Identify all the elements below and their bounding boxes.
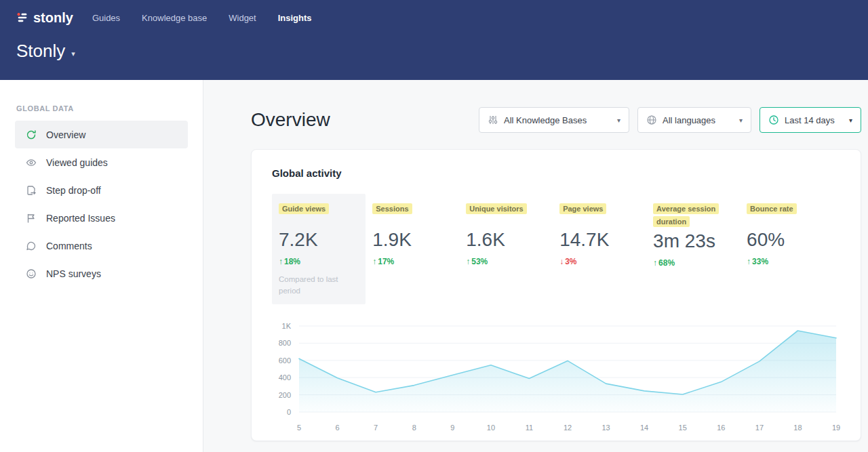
nav-item-insights[interactable]: Insights — [278, 13, 312, 23]
metric-unique-visitors[interactable]: Unique visitors 1.6K ↑53% — [466, 194, 559, 304]
metric-label: Page views — [559, 203, 606, 214]
sidebar-item-label: Step drop-off — [46, 185, 101, 196]
svg-text:0: 0 — [287, 408, 291, 416]
metric-change: ↑68% — [653, 258, 747, 268]
logo-text: stonly — [33, 10, 73, 26]
svg-text:16: 16 — [717, 424, 725, 432]
app-header: stonly Guides Knowledge base Widget Insi… — [0, 0, 868, 80]
metric-value: 7.2K — [279, 229, 359, 251]
sidebar-item-label: Overview — [46, 129, 85, 140]
trend-up-icon: ↑ — [466, 257, 470, 266]
metric-guide-views[interactable]: Guide views 7.2K ↑18% Compared to last p… — [272, 194, 366, 304]
sidebar-section-label: GLOBAL DATA — [16, 104, 186, 112]
metric-change: ↑18% — [279, 257, 359, 266]
metric-value: 1.9K — [372, 229, 466, 251]
trend-up-icon: ↑ — [279, 257, 283, 266]
comment-icon — [26, 241, 37, 251]
workspace-selector[interactable]: Stonly ▾ — [0, 28, 92, 62]
chevron-down-icon: ▾ — [71, 49, 75, 58]
metric-bounce-rate[interactable]: Bounce rate 60% ↑33% — [747, 194, 840, 304]
metric-value: 3m 23s — [653, 230, 747, 252]
svg-text:7: 7 — [374, 424, 378, 432]
global-activity-card: Global activity Guide views 7.2K ↑18% Co… — [251, 149, 861, 441]
svg-text:9: 9 — [450, 424, 454, 432]
stonly-logo[interactable]: stonly — [16, 10, 73, 26]
svg-text:19: 19 — [832, 424, 840, 432]
sidebar-item-nps-surveys[interactable]: NPS surveys — [15, 260, 188, 287]
sidebar-item-overview[interactable]: Overview — [15, 121, 188, 148]
main-content: Overview All Knowledge Bases ▾ All langu… — [204, 80, 868, 452]
metric-value: 1.6K — [466, 229, 559, 251]
main-nav: Guides Knowledge base Widget Insights — [92, 13, 312, 23]
svg-text:1K: 1K — [282, 322, 292, 330]
svg-text:18: 18 — [793, 424, 802, 432]
date-range-dropdown[interactable]: Last 14 days ▾ — [760, 107, 861, 133]
metric-sessions[interactable]: Sessions 1.9K ↑17% — [372, 194, 466, 304]
svg-text:800: 800 — [279, 340, 291, 348]
chevron-down-icon: ▾ — [739, 117, 743, 124]
metric-label: Unique visitors — [466, 203, 526, 214]
workspace-name: Stonly — [16, 41, 65, 62]
svg-text:10: 10 — [487, 424, 495, 432]
metric-label: Bounce rate — [747, 203, 797, 214]
nav-item-knowledge-base[interactable]: Knowledge base — [142, 13, 207, 23]
sidebar-item-reported-issues[interactable]: Reported Issues — [15, 204, 188, 232]
eye-icon — [26, 157, 37, 168]
svg-text:6: 6 — [336, 424, 340, 432]
svg-text:13: 13 — [601, 424, 610, 432]
svg-text:15: 15 — [679, 424, 687, 432]
metric-change: ↑53% — [466, 257, 559, 266]
svg-text:12: 12 — [564, 424, 572, 432]
trend-down-icon: ↓ — [559, 257, 564, 266]
metric-page-views[interactable]: Page views 14.7K ↓3% — [559, 194, 653, 304]
metric-change: ↑17% — [372, 257, 466, 266]
svg-text:400: 400 — [279, 374, 291, 382]
metric-change: ↑33% — [747, 257, 840, 266]
sidebar-item-label: Reported Issues — [46, 213, 115, 224]
trend-up-icon: ↑ — [372, 257, 376, 266]
languages-value: All languages — [663, 115, 728, 125]
sidebar-item-label: Viewed guides — [46, 157, 108, 168]
card-title: Global activity — [272, 167, 840, 179]
globe-icon — [646, 115, 657, 125]
date-range-value: Last 14 days — [785, 115, 838, 125]
clock-icon — [768, 115, 779, 125]
knowledge-bases-value: All Knowledge Bases — [504, 115, 606, 125]
filters: All Knowledge Bases ▾ All languages ▾ La… — [479, 107, 861, 133]
chart-area: 02004006008001K5678910111213141516171819 — [272, 321, 840, 440]
metric-label: Average session duration — [653, 203, 719, 227]
trend-up-icon: ↑ — [653, 258, 657, 268]
top-nav-bar: stonly Guides Knowledge base Widget Insi… — [0, 0, 868, 28]
svg-text:5: 5 — [297, 424, 301, 432]
sidebar-item-comments[interactable]: Comments — [15, 232, 188, 260]
sidebar-item-label: NPS surveys — [46, 268, 101, 279]
page-title: Overview — [251, 109, 330, 131]
nav-item-guides[interactable]: Guides — [92, 13, 120, 23]
knowledge-bases-dropdown[interactable]: All Knowledge Bases ▾ — [479, 107, 629, 133]
svg-text:17: 17 — [755, 424, 764, 432]
svg-text:8: 8 — [412, 424, 416, 432]
stonly-logo-icon — [16, 12, 28, 24]
smiley-icon — [26, 268, 37, 279]
activity-area-chart: 02004006008001K5678910111213141516171819 — [272, 321, 842, 437]
sidebar-item-step-drop-off[interactable]: Step drop-off — [15, 176, 188, 204]
metric-average-session-duration[interactable]: Average session duration 3m 23s ↑68% — [653, 194, 747, 304]
metrics-row: Guide views 7.2K ↑18% Compared to last p… — [272, 194, 840, 304]
metric-note: Compared to last period — [279, 274, 353, 296]
svg-text:200: 200 — [279, 391, 291, 399]
svg-text:11: 11 — [526, 424, 533, 432]
svg-text:600: 600 — [279, 356, 291, 365]
page-header: Overview All Knowledge Bases ▾ All langu… — [251, 107, 861, 133]
trend-up-icon: ↑ — [747, 257, 751, 266]
svg-text:14: 14 — [640, 424, 648, 432]
metric-label: Guide views — [279, 203, 329, 214]
metric-label: Sessions — [372, 203, 412, 214]
nav-item-widget[interactable]: Widget — [229, 13, 256, 23]
sidebar: GLOBAL DATA Overview Viewed guides Step … — [0, 80, 203, 452]
chevron-down-icon: ▾ — [617, 117, 620, 124]
sidebar-item-viewed-guides[interactable]: Viewed guides — [15, 148, 188, 176]
metric-change: ↓3% — [559, 257, 653, 266]
metric-value: 14.7K — [559, 229, 653, 251]
chevron-down-icon: ▾ — [849, 117, 852, 124]
languages-dropdown[interactable]: All languages ▾ — [637, 107, 751, 133]
